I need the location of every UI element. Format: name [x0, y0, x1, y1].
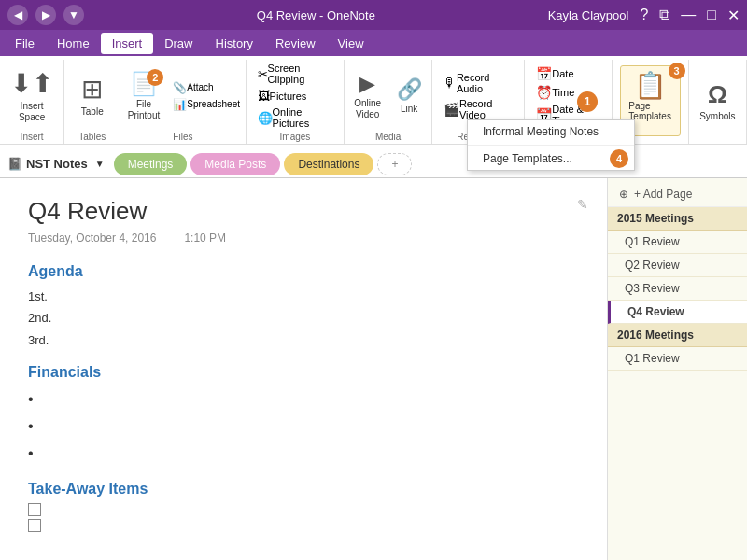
note-title: Q4 Review — [28, 197, 579, 226]
ribbon-group-files-buttons: 📄 2 FilePrintout 📎 Attach 📊 Spreadsheet — [122, 62, 244, 130]
checkbox-1 — [28, 503, 579, 516]
video-icon: ▶ — [359, 72, 375, 96]
files-attach-button[interactable]: 📎 Attach — [169, 80, 244, 95]
takeaway-heading: Take-Away Items — [28, 481, 579, 497]
restore-button[interactable]: ⧉ — [659, 7, 669, 23]
main-area: ✎ Q4 Review Tuesday, October 4, 2016 1:1… — [0, 178, 747, 560]
files-extra: 📎 Attach 📊 Spreadsheet — [169, 80, 244, 112]
file-printout-button[interactable]: 📄 2 FilePrintout — [122, 67, 165, 125]
record-video-button[interactable]: 🎬 Record Video — [440, 97, 516, 121]
badge-1: 1 — [577, 91, 598, 112]
page-q1-review-2016[interactable]: Q1 Review — [608, 347, 747, 371]
financials-bullet-3 — [28, 441, 579, 468]
symbols-button[interactable]: Ω Symbols — [694, 77, 740, 126]
notebook-dropdown-icon[interactable]: ▼ — [95, 159, 105, 169]
pictures-button[interactable]: 🖼 Pictures — [254, 88, 337, 104]
ribbon-group-tables-buttons: ⊞ Table — [74, 62, 111, 130]
link-button[interactable]: 🔗 Link — [390, 74, 428, 119]
spreadsheet-icon: 📊 — [173, 98, 187, 111]
forward-button[interactable]: ▶ — [35, 5, 56, 25]
menu-insert[interactable]: Insert — [101, 33, 154, 54]
notebook-title[interactable]: 📓 NST Notes ▼ — [7, 157, 105, 171]
table-button[interactable]: ⊞ Table — [74, 70, 111, 121]
financials-heading: Financials — [28, 364, 579, 381]
record-audio-button[interactable]: 🎙 Record Audio — [440, 71, 516, 95]
title-bar-left: ◀ ▶ ▼ — [7, 5, 84, 25]
checkbox-2 — [28, 519, 579, 532]
insert-space-icon: ⬇⬆ — [10, 68, 53, 99]
insert-space-label: InsertSpace — [19, 101, 45, 123]
notebook-icon: 📓 — [7, 157, 22, 171]
insert-space-button[interactable]: ⬇⬆ InsertSpace — [5, 64, 59, 127]
table-label: Table — [81, 106, 104, 118]
minimize-button[interactable]: — — [681, 7, 696, 23]
agenda-item-3: 3rd. — [28, 329, 579, 351]
back-button[interactable]: ◀ — [7, 5, 28, 25]
menu-bar: File Home Insert Draw History Review Vie… — [0, 30, 747, 56]
date-button[interactable]: 📅 Date — [532, 65, 604, 82]
tabs-bar: 📓 NST Notes ▼ Meetings Media Posts Desti… — [0, 145, 747, 178]
tab-add[interactable]: + — [377, 153, 412, 175]
ribbon-group-insert: ⬇⬆ InsertSpace Insert — [0, 60, 64, 144]
financials-bullet-2 — [28, 413, 579, 441]
title-bar-right: Kayla Claypool ? ⧉ — □ ✕ — [548, 7, 740, 24]
page-templates-label: PageTemplates ▾ — [628, 101, 671, 132]
table-icon: ⊞ — [81, 74, 103, 105]
add-page-button[interactable]: ⊕ + Add Page — [608, 182, 747, 207]
close-button[interactable]: ✕ — [727, 7, 740, 24]
ribbon-group-media: ▶ OnlineVideo 🔗 Link Media — [345, 60, 432, 144]
symbols-buttons: Ω Symbols — [694, 62, 740, 140]
notebook-name: NST Notes — [26, 157, 88, 171]
templates-dropdown: Informal Meeting Notes Page Templates...… — [467, 119, 635, 171]
online-video-button[interactable]: ▶ OnlineVideo — [348, 68, 387, 124]
menu-home[interactable]: Home — [46, 33, 101, 54]
spreadsheet-button[interactable]: 📊 Spreadsheet — [169, 97, 244, 112]
tab-meetings[interactable]: Meetings — [114, 153, 188, 175]
user-name: Kayla Claypool — [548, 8, 629, 22]
images-group-label: Images — [280, 132, 311, 142]
badge-2: 2 — [147, 69, 163, 86]
ribbon-group-symbols: Ω Symbols — [689, 60, 747, 144]
menu-file[interactable]: File — [4, 33, 46, 54]
pages-sidebar: ⊕ + Add Page 2015 Meetings Q1 Review Q2 … — [607, 178, 747, 560]
tables-group-label: Tables — [78, 132, 106, 142]
section-2015-meetings[interactable]: 2015 Meetings — [608, 207, 747, 231]
checkbox-2-box[interactable] — [28, 519, 41, 532]
note-content: ✎ Q4 Review Tuesday, October 4, 2016 1:1… — [0, 178, 607, 560]
checkbox-1-box[interactable] — [28, 503, 41, 516]
page-q4-review-2015[interactable]: Q4 Review — [608, 301, 747, 324]
tab-destinations[interactable]: Destinations — [284, 153, 374, 175]
screen-clipping-button[interactable]: ✂ Screen Clipping — [254, 62, 337, 86]
pictures-icon: 🖼 — [258, 89, 270, 103]
online-pictures-button[interactable]: 🌐 Online Pictures — [254, 105, 337, 130]
badge-3: 3 — [669, 63, 685, 79]
files-group-label: Files — [173, 132, 192, 142]
help-button[interactable]: ? — [640, 7, 648, 23]
microphone-icon: 🎙 — [444, 76, 457, 91]
date-icon: 📅 — [536, 66, 552, 81]
note-time-value: 1:10 PM — [184, 231, 226, 245]
insert-group-label: Insert — [21, 132, 44, 142]
menu-draw[interactable]: Draw — [153, 33, 204, 54]
page-q1-review-2015[interactable]: Q1 Review — [608, 231, 747, 254]
link-label: Link — [401, 104, 417, 115]
agenda-item-1: 1st. — [28, 286, 579, 307]
quick-access-button[interactable]: ▼ — [63, 5, 84, 25]
ribbon-group-tables: ⊞ Table Tables — [64, 60, 120, 144]
scissors-icon: ✂ — [258, 67, 268, 81]
title-bar: ◀ ▶ ▼ Q4 Review - OneNote Kayla Claypool… — [0, 0, 747, 30]
menu-history[interactable]: History — [204, 33, 264, 54]
page-templates-link[interactable]: Page Templates... — [468, 147, 587, 170]
page-q3-review-2015[interactable]: Q3 Review — [608, 277, 747, 301]
section-2016-meetings[interactable]: 2016 Meetings — [608, 324, 747, 347]
menu-view[interactable]: View — [327, 33, 375, 54]
menu-review[interactable]: Review — [264, 33, 327, 54]
ribbon-group-files: 📄 2 FilePrintout 📎 Attach 📊 Spreadsheet … — [120, 60, 246, 144]
informal-meeting-notes-item[interactable]: Informal Meeting Notes — [468, 120, 634, 143]
takeaway-body — [28, 503, 579, 532]
ribbon: ⬇⬆ InsertSpace Insert ⊞ Table Tables 📄 2… — [0, 56, 747, 145]
page-q2-review-2015[interactable]: Q2 Review — [608, 254, 747, 277]
tab-media-posts[interactable]: Media Posts — [190, 153, 280, 175]
maximize-button[interactable]: □ — [707, 7, 716, 23]
edit-icon[interactable]: ✎ — [577, 197, 588, 212]
